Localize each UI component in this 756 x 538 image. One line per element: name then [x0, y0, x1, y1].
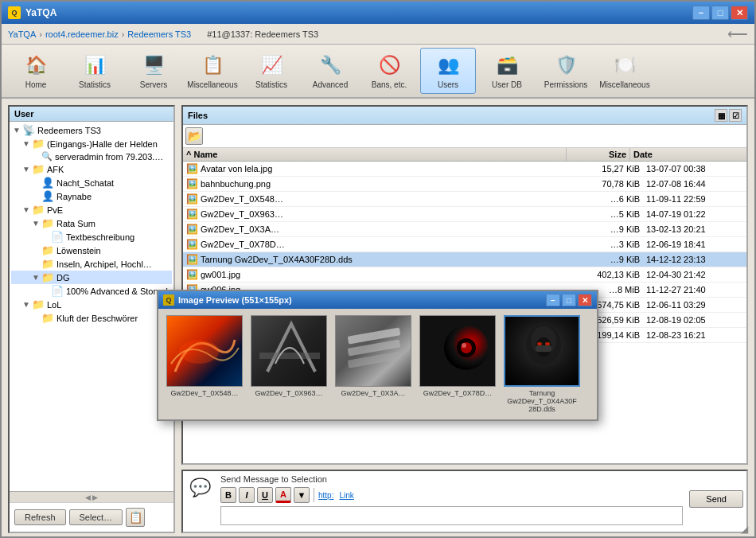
tree-item-pve[interactable]: ▼ 📁 PvE	[11, 203, 172, 216]
toolbar-statistics2[interactable]: 📈 Statistics	[244, 48, 299, 94]
toolbar-permissions[interactable]: 🛡️ Permissions	[538, 48, 594, 94]
file-row[interactable]: 🖼️bahnbuchung.png 70,78 KiB 12-07-08 16:…	[183, 177, 746, 192]
tree-item-raynabe[interactable]: 👤 Raynabe	[11, 189, 172, 203]
user-panel: User ▼ 📡 Redeemers TS3 ▼ 📁 (Eingangs-)Ha…	[8, 105, 175, 533]
file-row[interactable]: 🖼️Gw2Dev_T_0X548… …6 KiB 11-09-11 22:59	[183, 192, 746, 207]
tree-item-halle[interactable]: ▼ 📁 (Eingangs-)Halle der Helden	[11, 137, 172, 150]
toolbar-advanced[interactable]: 🔧 Advanced	[302, 48, 358, 94]
file-row-selected[interactable]: 🖼️Tarnung Gw2Dev_T_0X4A30F28D.dds …9 KiB…	[183, 252, 746, 267]
dialog-title: Image Preview (551×155px)	[178, 295, 292, 305]
tree-item-dg[interactable]: ▼ 📁 DG	[11, 271, 172, 284]
toolbar-users[interactable]: 👥 Users	[420, 48, 476, 94]
select-button[interactable]: Select…	[69, 509, 123, 525]
file-row[interactable]: 🖼️Avatar von lela.jpg 15,27 KiB 13-07-07…	[183, 162, 746, 177]
file-row[interactable]: 🖼️Gw2Dev_T_0X3A… …9 KiB 13-02-13 20:21	[183, 222, 746, 237]
col-size-header[interactable]: Size	[567, 148, 630, 161]
advanced-icon: 🔧	[318, 53, 343, 78]
toolbar-miscellaneous2-label: Miscellaneous	[599, 80, 649, 90]
window-title: YaTQA	[25, 7, 57, 18]
tree-item-nacht[interactable]: 👤 Nacht_Schatat	[11, 176, 172, 189]
toolbar-miscellaneous2[interactable]: 🍽️ Miscellaneous	[597, 48, 653, 94]
toolbar-servers[interactable]: 🖥️ Servers	[126, 48, 181, 94]
preview-item-2[interactable]: Gw2Dev_T_0X963…	[249, 315, 329, 413]
resize-handle[interactable]: ◢	[741, 524, 748, 535]
maximize-button[interactable]: □	[711, 6, 729, 20]
tree-item-inseln[interactable]: 📁 Inseln, Archipel, Hochland, Dur…	[11, 257, 172, 271]
toolbar-bans[interactable]: 🚫 Bans, etc.	[361, 48, 417, 94]
send-button[interactable]: Send	[689, 490, 743, 508]
user-tree[interactable]: ▼ 📡 Redeemers TS3 ▼ 📁 (Eingangs-)Halle d…	[10, 122, 173, 491]
dialog-maximize-btn[interactable]: □	[562, 294, 576, 306]
window-controls: − □ ✕	[692, 6, 748, 20]
dialog-app-icon: Q	[163, 294, 174, 306]
toolbar-bans-label: Bans, etc.	[372, 80, 407, 90]
tree-item-lol[interactable]: ▼ 📁 LoL	[11, 298, 172, 311]
toolbar-miscellaneous1[interactable]: 📋 Miscellaneous	[185, 48, 240, 94]
preview-item-3[interactable]: Gw2Dev_T_0X3A…	[333, 315, 413, 413]
link-button-link[interactable]: Link	[339, 491, 353, 500]
file-row[interactable]: 🖼️Gw2Dev_T_0X78D… …3 KiB 12-06-19 18:41	[183, 237, 746, 252]
files-view-icon2[interactable]: ☑	[729, 109, 742, 122]
message-input[interactable]	[220, 506, 683, 525]
bold-button[interactable]: B	[220, 487, 236, 503]
files-header: Files ▦ ☑	[183, 107, 746, 125]
color-picker-arrow[interactable]: ▼	[294, 487, 310, 503]
svg-point-11	[462, 343, 466, 348]
statistics1-icon: 📊	[82, 53, 107, 78]
message-section: 💬 Send Message to Selection B I U A ▼ ht…	[181, 470, 748, 533]
dialog-close-btn[interactable]: ✕	[578, 294, 592, 306]
preview-item-1[interactable]: Gw2Dev_T_0X548…	[165, 315, 244, 413]
folder-nav-btn[interactable]: 📂	[185, 127, 203, 145]
preview-image-1	[166, 315, 243, 387]
preview-image-3	[335, 315, 411, 387]
dialog-minimize-btn[interactable]: −	[546, 294, 560, 306]
tree-item-root[interactable]: ▼ 📡 Redeemers TS3	[11, 123, 172, 137]
address-extra: #11@1337: Redeemers TS3	[207, 29, 318, 39]
refresh-button[interactable]: Refresh	[14, 509, 66, 525]
preview-image-4	[419, 315, 496, 387]
toolbar-permissions-label: Permissions	[544, 80, 587, 90]
col-date-header[interactable]: Date	[630, 148, 734, 161]
tree-item-textbeschreibung[interactable]: 📄 Textbeschreibung	[11, 230, 172, 244]
tree-item-kluft[interactable]: 📁 Kluft der Beschwörer	[11, 311, 172, 325]
message-icon: 💬	[186, 474, 214, 501]
tree-item-lowenstein[interactable]: 📁 Löwenstein	[11, 244, 172, 257]
servers-icon: 🖥️	[141, 53, 166, 78]
color-button[interactable]: A	[275, 487, 291, 503]
file-row[interactable]: 🖼️Gw2Dev_T_0X963… …5 KiB 14-07-19 01:22	[183, 207, 746, 222]
col-name-header[interactable]: ^ Name	[183, 148, 567, 161]
toolbar-home[interactable]: 🏠 Home	[8, 48, 64, 94]
tree-item-ratasum[interactable]: ▼ 📁 Rata Sum	[11, 216, 172, 230]
files-list-header: ^ Name Size Date	[183, 148, 746, 162]
file-row[interactable]: 🖼️gw001.jpg 402,13 KiB 12-04-30 21:42	[183, 267, 746, 283]
miscellaneous2-icon: 🍽️	[612, 53, 637, 78]
tree-item-admin[interactable]: 🔍 serveradmin from 79.203.232…	[11, 150, 172, 162]
toolbar-statistics1[interactable]: 📊 Statistics	[67, 48, 123, 94]
toolbar-userdb[interactable]: 🗃️ User DB	[479, 48, 535, 94]
tree-item-advanced100[interactable]: 📄 100% Advanced & Stoned	[11, 284, 172, 298]
address-part-1[interactable]: YaTQA	[8, 29, 36, 39]
preview-item-4[interactable]: Gw2Dev_T_0X78D…	[418, 315, 497, 413]
toolbar-users-label: Users	[438, 80, 458, 90]
address-part-3[interactable]: Redeemers TS3	[127, 29, 191, 39]
address-part-2[interactable]: root4.redeemer.biz	[45, 29, 119, 39]
underline-button[interactable]: U	[257, 487, 273, 503]
tree-item-afk[interactable]: ▼ 📁 AFK	[11, 162, 172, 176]
preview-item-5[interactable]: TarnungGw2Dev_T_0X4A30F28D.dds	[502, 315, 582, 413]
user-panel-header: User	[10, 107, 173, 122]
back-icon[interactable]: ⟵	[727, 25, 748, 43]
files-view-icon1[interactable]: ▦	[715, 109, 727, 122]
minimize-button[interactable]: −	[692, 6, 710, 20]
italic-button[interactable]: I	[239, 487, 255, 503]
link-button-http[interactable]: http:	[318, 491, 333, 500]
close-button[interactable]: ✕	[731, 6, 748, 20]
svg-point-1	[179, 340, 219, 364]
permissions-icon: 🛡️	[553, 53, 579, 78]
toolbar-home-label: Home	[25, 80, 47, 90]
tree-scrollbar-hint[interactable]: ◀ ▶	[10, 491, 173, 502]
copy-icon-btn[interactable]: 📋	[126, 508, 145, 527]
userdb-icon: 🗃️	[494, 53, 520, 78]
message-toolbar: B I U A ▼ http: Link	[220, 487, 683, 503]
toolbar-userdb-label: User DB	[492, 80, 522, 90]
statistics2-icon: 📈	[259, 53, 284, 78]
